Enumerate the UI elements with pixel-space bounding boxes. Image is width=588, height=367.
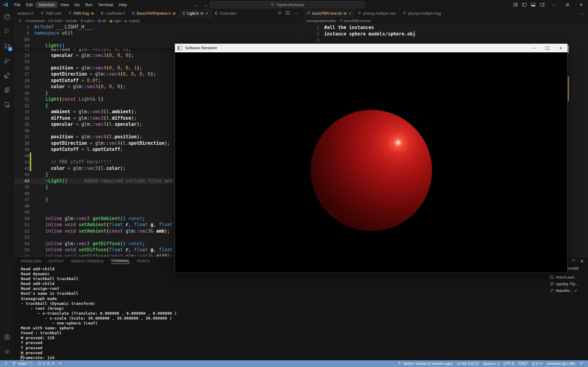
menu-selection[interactable]: Selection [36, 2, 57, 8]
activity-settings-gear-icon[interactable] [0, 344, 14, 359]
activity-file-settings-icon[interactable] [0, 97, 14, 112]
more-actions-icon[interactable]: ··· [294, 11, 298, 16]
menu-edit[interactable]: Edit [23, 2, 36, 8]
breadcrumb-item[interactable]: E: [19, 19, 22, 23]
restore-button[interactable] [560, 0, 574, 9]
tab-label: PBR.vert [46, 11, 61, 16]
tab-enderer-h[interactable]: enderer.h [14, 9, 37, 18]
breadcrumb-item[interactable]: ▣Light [109, 19, 121, 23]
menu-run[interactable]: Run [82, 2, 95, 8]
tools-icon [550, 288, 554, 294]
breadcrumb-item[interactable]: scenegraphmodels [306, 19, 336, 23]
software-renderer-window[interactable]: Software Renderer ✕ [175, 43, 568, 273]
c-file-icon: C [215, 11, 218, 16]
class-symbol-icon: ▣ [109, 19, 112, 23]
open-changes-icon[interactable] [278, 11, 282, 16]
tab-label: PBR.frag [74, 11, 89, 16]
tab-pbr-frag[interactable]: PBR.fragM [65, 9, 97, 18]
breadcrumb-item[interactable]: basicPBR-test.txt [340, 19, 371, 23]
remote-icon [4, 361, 8, 366]
breadcrumb-item[interactable]: {}util [98, 19, 106, 23]
breadcrumb-item[interactable]: include [66, 19, 77, 23]
toggle-panel-icon[interactable] [529, 0, 538, 9]
menu-terminal[interactable]: Terminal [95, 2, 116, 8]
status-item[interactable]: Ln 44, Col 13 [455, 361, 481, 366]
breadcrumb-item[interactable]: CLight.h [81, 19, 94, 23]
nav-forward-icon[interactable]: → [203, 2, 207, 7]
status-item[interactable] [56, 361, 64, 366]
git-modified-badge: M [173, 12, 176, 15]
tab-basicpbr-test-txt[interactable]: basicPBR-test.txtM× [304, 9, 355, 18]
status-item[interactable]: 00 [35, 361, 56, 366]
breadcrumb-right: scenegraphmodels›basicPBR-test.txt [306, 18, 371, 24]
activity-run-debug-icon[interactable] [0, 53, 14, 68]
more-tabs-icon[interactable]: ··· [580, 9, 585, 18]
renderer-viewport[interactable] [175, 52, 567, 273]
status-item[interactable] [577, 361, 586, 366]
renderer-maximize-button[interactable] [541, 44, 554, 52]
close-tab-icon[interactable]: × [206, 11, 208, 16]
panel-tab-output[interactable]: OUTPUT [49, 259, 64, 264]
activity-account-icon[interactable] [0, 330, 14, 344]
breadcrumb-item[interactable]: Coursework [26, 19, 45, 23]
panel-tabs: PROBLEMSOUTPUTDEBUG CONSOLETERMINALPORTS [21, 258, 150, 265]
renderer-title-bar[interactable]: Software Renderer ✕ [175, 44, 567, 53]
split-editor-icon[interactable] [286, 11, 290, 16]
tab-basicpbrpipeline-h[interactable]: CBasicPBRPipeline.hM [129, 9, 179, 18]
activity-source-control-icon[interactable]: 4 [0, 39, 14, 53]
status-item[interactable]: windows-gcc-x64 [545, 361, 577, 366]
terminal-list-item[interactable]: Makefile... ✓ [550, 287, 578, 294]
breadcrumb-label: ~Light() [128, 19, 140, 23]
renderer-minimize-button[interactable] [527, 44, 541, 52]
tab-label: Controller. [219, 11, 237, 16]
menu-file[interactable]: File [11, 2, 23, 8]
terminal-list-item-powershell[interactable]: ershell [567, 266, 578, 271]
sync-icon [29, 361, 33, 366]
tab-leafnode-h[interactable]: CLeafNode.h [97, 9, 129, 18]
breadcrumb-item[interactable]: ◈~Light() [124, 19, 140, 23]
activity-remote-explorer-icon[interactable] [0, 83, 14, 97]
status-item[interactable]: main* [10, 361, 35, 366]
status-label: 0 [52, 361, 54, 366]
tab-phong-multiple-frag[interactable]: phong-multiple.frag [400, 9, 445, 18]
tab-phong-multiple-vert[interactable]: phong-multiple.vert [355, 9, 399, 18]
status-label: Vishnu Vardan (3 months ago) [403, 361, 453, 366]
status-item[interactable]: UTF-8 [502, 361, 516, 366]
minimize-button[interactable]: – [547, 0, 560, 9]
panel-tab-problems[interactable]: PROBLEMS [21, 259, 41, 264]
nav-back-icon[interactable]: ← [194, 2, 199, 7]
tab-controller-[interactable]: CController. [212, 9, 241, 18]
status-item[interactable]: {} C++ [530, 361, 545, 366]
toggle-sidebar-icon[interactable] [520, 0, 529, 9]
status-item[interactable]: Spaces: 2 [481, 361, 501, 366]
close-tab-icon[interactable]: × [349, 11, 351, 16]
activity-extensions-icon[interactable] [0, 68, 14, 83]
tab-label: phong-multiple.vert [363, 11, 396, 16]
panel-tab-ports[interactable]: PORTS [137, 259, 150, 264]
customize-layout-icon[interactable] [511, 0, 520, 9]
terminal-output[interactable]: Read add-childRead dynamicRead trackball… [21, 267, 177, 360]
maximize-panel-icon[interactable] [571, 258, 575, 264]
renderer-title: Software Renderer [185, 46, 217, 50]
tab-light-h[interactable]: CLight.hM× [179, 9, 212, 18]
activity-search-icon[interactable] [0, 24, 14, 39]
status-item[interactable]: Vishnu Vardan (3 months ago) [395, 361, 455, 366]
menu-view[interactable]: View [58, 2, 72, 8]
toggle-secondary-sidebar-icon[interactable] [538, 0, 547, 9]
terminal-list-item[interactable]: Make/Laun... [550, 274, 578, 281]
breadcrumb-item[interactable]: CG 5310 [48, 19, 63, 23]
tab-pbr-vert[interactable]: PBR.vert [37, 9, 65, 18]
terminal-list-item[interactable]: cppdbg: Pip... [550, 281, 578, 287]
panel-tab-terminal[interactable]: TERMINAL [111, 259, 130, 264]
menu-help[interactable]: Help [116, 2, 130, 8]
renderer-close-button[interactable]: ✕ [554, 44, 567, 52]
activity-explorer-icon[interactable] [0, 9, 14, 24]
activity-bar: 4 [0, 9, 14, 360]
status-item[interactable]: CRLF [516, 361, 530, 366]
panel-tab-debug-console[interactable]: DEBUG CONSOLE [71, 259, 104, 264]
close-button[interactable]: ✕ [574, 0, 588, 9]
menu-go[interactable]: Go [72, 2, 82, 8]
status-item[interactable] [2, 361, 10, 366]
close-panel-icon[interactable]: ✕ [580, 259, 584, 264]
command-center-search[interactable]: PipelineRefactor [210, 1, 365, 8]
